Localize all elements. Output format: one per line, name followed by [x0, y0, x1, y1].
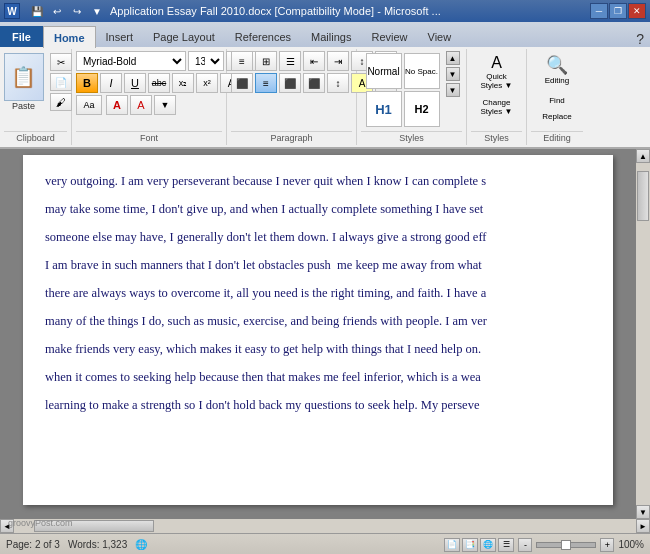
- paragraph-group: ≡ ⊞ ☰ ⇤ ⇥ ↕ ¶ ⬛ ≡ ⬛ ⬛ ↕ A ⊞ Paragraph: [227, 49, 357, 145]
- quick-styles-button[interactable]: A QuickStyles ▼: [472, 51, 522, 91]
- italic-button[interactable]: I: [100, 73, 122, 93]
- subscript-button[interactable]: x₂: [172, 73, 194, 93]
- zoom-out-button[interactable]: -: [518, 538, 532, 552]
- clipboard-group: 📋 Paste ✂ 📄 🖌 Clipboard: [0, 49, 72, 145]
- tab-insert[interactable]: Insert: [96, 26, 144, 47]
- undo-button[interactable]: ↩: [48, 3, 66, 19]
- word-icon: W: [4, 3, 20, 19]
- help-button[interactable]: ?: [630, 31, 650, 47]
- styles-more[interactable]: ▼: [446, 83, 460, 97]
- numbering-button[interactable]: ⊞: [255, 51, 277, 71]
- close-button[interactable]: ✕: [628, 3, 646, 19]
- style-heading2[interactable]: H2: [404, 91, 440, 127]
- doc-line-4: I am brave in such manners that I don't …: [45, 255, 591, 275]
- doc-line-8: when it comes to seeking help because th…: [45, 367, 591, 387]
- quick-access-toolbar: 💾 ↩ ↪ ▼: [28, 3, 106, 19]
- language-icon[interactable]: 🌐: [135, 539, 147, 550]
- minimize-button[interactable]: ─: [590, 3, 608, 19]
- bullets-button[interactable]: ≡: [231, 51, 253, 71]
- h-scroll-track[interactable]: [14, 519, 636, 533]
- styles-group-content: Normal No Spac. H1 H2 ▲ ▼ ▼: [364, 51, 460, 129]
- outline-button[interactable]: ☰: [498, 538, 514, 552]
- document-page: very outgoing. I am very perseverant bec…: [23, 155, 613, 505]
- document-text: very outgoing. I am very perseverant bec…: [45, 171, 591, 415]
- editing-group: 🔍 Editing Find Replace Editing: [527, 49, 587, 145]
- tab-mailings[interactable]: Mailings: [301, 26, 361, 47]
- clipboard-group-content: 📋 Paste ✂ 📄 🖌: [0, 51, 72, 129]
- align-left-button[interactable]: ⬛: [231, 73, 253, 93]
- scroll-up-button[interactable]: ▲: [636, 149, 650, 163]
- format-painter-button[interactable]: 🖌: [50, 93, 72, 111]
- strikethrough-button[interactable]: abc: [148, 73, 170, 93]
- multilevel-button[interactable]: ☰: [279, 51, 301, 71]
- horizontal-scroll-area: ◄ ►: [0, 519, 650, 533]
- editing-icon: 🔍: [546, 54, 568, 76]
- zoom-thumb[interactable]: [561, 540, 571, 550]
- status-left: Page: 2 of 3 Words: 1,323 🌐: [6, 539, 147, 550]
- font-color-button[interactable]: A: [130, 95, 152, 115]
- redo-button[interactable]: ↪: [68, 3, 86, 19]
- font-size-select[interactable]: 13: [188, 51, 224, 71]
- tab-references[interactable]: References: [225, 26, 301, 47]
- paste-icon: 📋: [4, 53, 44, 101]
- zoom-in-button[interactable]: +: [600, 538, 614, 552]
- styles-label: Styles: [361, 131, 462, 143]
- tab-file[interactable]: File: [0, 26, 43, 47]
- quick-styles-label: QuickStyles ▼: [481, 72, 513, 90]
- find-button[interactable]: Find: [532, 93, 582, 107]
- superscript-button[interactable]: x²: [196, 73, 218, 93]
- scroll-track[interactable]: [636, 163, 650, 505]
- decrease-indent-button[interactable]: ⇤: [303, 51, 325, 71]
- qat-dropdown-button[interactable]: ▼: [88, 3, 106, 19]
- scroll-thumb[interactable]: [637, 171, 649, 221]
- style-normal[interactable]: Normal: [366, 53, 402, 89]
- font-label: Font: [76, 131, 222, 143]
- watermark: groovyPost.com: [8, 518, 73, 528]
- change-styles-label: ChangeStyles ▼: [481, 98, 513, 116]
- style-no-spacing[interactable]: No Spac.: [404, 53, 440, 89]
- styles-scroll-up[interactable]: ▲: [446, 51, 460, 65]
- doc-line-7: make friends very easy, which makes it e…: [45, 339, 591, 359]
- editing-big-button[interactable]: 🔍 Editing: [532, 51, 582, 91]
- save-button[interactable]: 💾: [28, 3, 46, 19]
- tab-view[interactable]: View: [418, 26, 462, 47]
- line-spacing-button[interactable]: ↕: [327, 73, 349, 93]
- increase-indent-button[interactable]: ⇥: [327, 51, 349, 71]
- tab-home[interactable]: Home: [43, 26, 96, 48]
- clipboard-label: Clipboard: [4, 131, 67, 143]
- tab-page-layout[interactable]: Page Layout: [143, 26, 225, 47]
- more-font-button[interactable]: ▼: [154, 95, 176, 115]
- full-reading-button[interactable]: 📑: [462, 538, 478, 552]
- document-content[interactable]: very outgoing. I am very perseverant bec…: [0, 149, 636, 519]
- editing-label: Editing: [531, 131, 583, 143]
- replace-button[interactable]: Replace: [532, 109, 582, 123]
- paste-button[interactable]: 📋 Paste: [0, 51, 48, 113]
- scroll-down-button[interactable]: ▼: [636, 505, 650, 519]
- replace-label: Replace: [542, 112, 571, 121]
- highlight-button[interactable]: A: [106, 95, 128, 115]
- vertical-scrollbar: ▲ ▼: [636, 149, 650, 519]
- align-right-button[interactable]: ⬛: [279, 73, 301, 93]
- scroll-right-button[interactable]: ►: [636, 519, 650, 533]
- restore-button[interactable]: ❐: [609, 3, 627, 19]
- copy-button[interactable]: 📄: [50, 73, 72, 91]
- bold-button[interactable]: B: [76, 73, 98, 93]
- justify-button[interactable]: ⬛: [303, 73, 325, 93]
- print-layout-button[interactable]: 📄: [444, 538, 460, 552]
- doc-line-6: many of the things I do, such as music, …: [45, 311, 591, 331]
- styles-scroll-down[interactable]: ▼: [446, 67, 460, 81]
- web-layout-button[interactable]: 🌐: [480, 538, 496, 552]
- word-count: Words: 1,323: [68, 539, 127, 550]
- zoom-slider[interactable]: [536, 542, 596, 548]
- font-name-select[interactable]: Myriad-Bold: [76, 51, 186, 71]
- tab-review[interactable]: Review: [361, 26, 417, 47]
- change-styles-button[interactable]: ChangeStyles ▼: [472, 95, 522, 125]
- align-center-button[interactable]: ≡: [255, 73, 277, 93]
- styles-group-label2: Styles: [471, 131, 522, 143]
- underline-button[interactable]: U: [124, 73, 146, 93]
- case-button[interactable]: Aa: [76, 95, 102, 115]
- cut-button[interactable]: ✂: [50, 53, 72, 71]
- document-wrapper: very outgoing. I am very perseverant bec…: [0, 149, 650, 519]
- style-heading1[interactable]: H1: [366, 91, 402, 127]
- ribbon-content: 📋 Paste ✂ 📄 🖌 Clipboard Myriad-Bold 13 A: [0, 47, 650, 149]
